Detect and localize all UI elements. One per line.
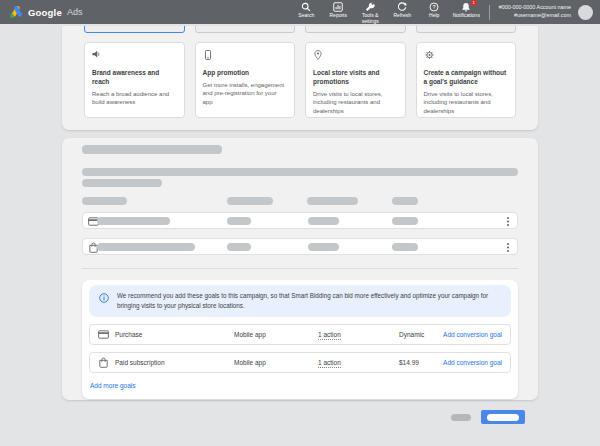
wizard-footer xyxy=(451,410,525,424)
brand-ads: Ads xyxy=(67,7,83,17)
back-button-skeleton[interactable] xyxy=(451,414,471,421)
goal-value: Dynamic xyxy=(399,331,443,338)
goal-card-description: Reach a broad audience and build awarene… xyxy=(92,90,177,107)
topbar-nav: Search Reports Tools & settings xyxy=(293,0,480,24)
recommended-goals-card: We recommend you add these goals to this… xyxy=(82,280,518,399)
recommended-goal-row-purchase: Purchase Mobile app 1 action Dynamic Add… xyxy=(89,324,511,345)
topbar-divider xyxy=(489,5,490,20)
goal-card-title: Local store visits and promotions xyxy=(313,69,398,87)
more-options-icon[interactable] xyxy=(506,216,510,227)
reports-label: Reports xyxy=(330,13,348,19)
goal-cards-row: Brand awareness and reach Reach a broad … xyxy=(84,42,516,118)
add-conversion-goal-link[interactable]: Add conversion goal xyxy=(443,359,502,366)
goal-name-cell: Paid subscription xyxy=(98,357,234,368)
info-icon xyxy=(99,293,109,303)
goal-card-title: App promotion xyxy=(203,69,288,78)
skeleton-column-header xyxy=(227,197,273,205)
avatar[interactable] xyxy=(578,5,593,20)
goal-actions-dropdown[interactable]: 1 action xyxy=(318,359,399,366)
google-ads-logo[interactable]: Google Ads xyxy=(9,6,82,19)
location-pin-icon xyxy=(313,50,323,60)
goal-cards-row-clipped xyxy=(84,26,516,33)
conversion-goals-section: We recommend you add these goals to this… xyxy=(62,138,538,400)
skeleton-cell xyxy=(227,243,251,251)
goal-card-description: Drive visits to local stores, including … xyxy=(313,90,398,116)
skeleton-text-line xyxy=(82,179,162,187)
skeleton-cell xyxy=(97,243,195,251)
goal-value: $14.99 xyxy=(399,359,443,366)
bell-icon xyxy=(461,2,471,12)
goal-selection-section: Brand awareness and reach Reach a broad … xyxy=(62,26,538,130)
goal-card-clipped[interactable] xyxy=(195,26,296,33)
recommendation-banner-text: We recommend you add these goals to this… xyxy=(117,291,502,311)
google-ads-logo-icon xyxy=(9,6,23,19)
account-email: #username@email.com xyxy=(499,12,571,20)
topbar-help[interactable]: ? Help xyxy=(421,0,448,19)
skeleton-cell xyxy=(97,217,170,225)
skeleton-section-title xyxy=(82,145,222,154)
skeleton-cell xyxy=(308,243,339,251)
search-icon xyxy=(301,2,311,12)
search-label: Search xyxy=(298,13,314,19)
skeleton-goal-row xyxy=(82,212,518,229)
goal-name: Purchase xyxy=(115,331,142,338)
skeleton-cell xyxy=(392,243,418,251)
gear-icon xyxy=(424,50,435,60)
skeleton-table-header xyxy=(82,197,518,205)
add-conversion-goal-link[interactable]: Add conversion goal xyxy=(443,331,502,338)
shopping-bag-icon xyxy=(98,357,109,368)
recommendation-banner: We recommend you add these goals to this… xyxy=(89,285,511,317)
topbar-tools-settings[interactable]: Tools & settings xyxy=(357,0,384,24)
goal-name: Paid subscription xyxy=(115,359,165,366)
wrench-icon xyxy=(365,2,375,12)
topbar-reports[interactable]: Reports xyxy=(325,0,352,19)
account-id: #000-000-0000 Account name xyxy=(499,4,571,12)
goal-card-description: Drive visits to local stores, including … xyxy=(424,90,509,116)
brand-google: Google xyxy=(28,7,62,18)
goal-source: Mobile app xyxy=(234,359,318,366)
refresh-label: Refresh xyxy=(394,13,412,19)
next-button-skeleton[interactable] xyxy=(481,410,525,424)
goal-card-app-promotion[interactable]: App promotion Get more installs, engagem… xyxy=(195,42,296,118)
goal-card-local-store-visits[interactable]: Local store visits and promotions Drive … xyxy=(305,42,406,118)
topbar-search[interactable]: Search xyxy=(293,0,320,19)
goal-card-clipped[interactable] xyxy=(305,26,406,33)
topbar-right: Search Reports Tools & settings xyxy=(293,0,593,24)
goal-card-no-guidance[interactable]: Create a campaign without a goal's guida… xyxy=(416,42,517,118)
goal-card-brand-awareness[interactable]: Brand awareness and reach Reach a broad … xyxy=(84,42,185,118)
topbar-refresh[interactable]: Refresh xyxy=(389,0,416,19)
help-label: Help xyxy=(429,13,439,19)
more-options-icon[interactable] xyxy=(506,242,510,253)
skeleton-column-header xyxy=(392,197,418,205)
skeleton-column-header xyxy=(82,197,127,205)
goal-actions-dropdown[interactable]: 1 action xyxy=(318,331,399,338)
account-info: #000-000-0000 Account name #username@ema… xyxy=(499,4,571,20)
skeleton-cell xyxy=(227,217,251,225)
help-icon: ? xyxy=(429,2,439,12)
skeleton-text-line xyxy=(82,168,518,176)
goal-card-description: Get more installs, engagement and pre-re… xyxy=(203,81,288,107)
section-divider xyxy=(82,268,518,269)
skeleton-cell xyxy=(308,217,339,225)
reports-icon xyxy=(333,2,343,12)
topbar-notifications[interactable]: 1 Notifications xyxy=(453,0,480,19)
add-more-goals-link[interactable]: Add more goals xyxy=(90,382,136,389)
credit-card-icon xyxy=(98,329,109,340)
recommended-goal-row-paid-subscription: Paid subscription Mobile app 1 action $1… xyxy=(89,352,511,373)
tools-settings-label: Tools & settings xyxy=(357,13,384,25)
skeleton-goal-row xyxy=(82,238,518,255)
goal-card-title: Brand awareness and reach xyxy=(92,69,177,87)
refresh-icon xyxy=(397,2,407,12)
top-app-bar: Google Ads Search Reports xyxy=(0,0,600,24)
goal-name-cell: Purchase xyxy=(98,329,234,340)
goal-card-clipped-selected[interactable] xyxy=(84,26,185,33)
skeleton-column-header xyxy=(307,197,358,205)
svg-text:?: ? xyxy=(433,4,436,10)
skeleton-cell xyxy=(392,217,418,225)
notifications-badge: 1 xyxy=(471,0,477,6)
goal-card-clipped[interactable] xyxy=(416,26,517,33)
smartphone-icon xyxy=(203,50,213,60)
goal-card-title: Create a campaign without a goal's guida… xyxy=(424,69,509,87)
notifications-label: Notifications xyxy=(453,13,480,19)
goal-source: Mobile app xyxy=(234,331,318,338)
